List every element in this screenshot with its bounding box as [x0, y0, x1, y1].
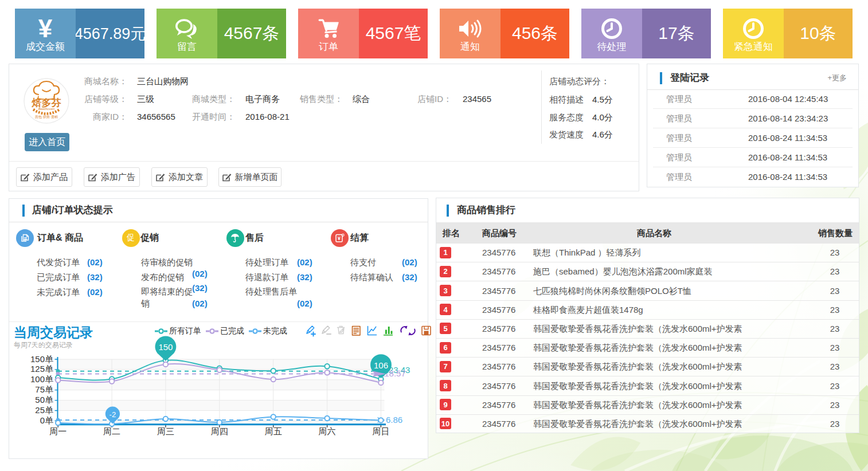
svg-text:100单: 100单: [30, 374, 53, 384]
svg-text:75单: 75单: [35, 384, 53, 394]
svg-text:周一: 周一: [49, 426, 67, 436]
svg-text:周日: 周日: [372, 426, 389, 436]
svg-text:150: 150: [158, 342, 173, 352]
svg-text:6.86: 6.86: [386, 415, 402, 425]
svg-text:周四: 周四: [211, 426, 228, 436]
svg-text:-2: -2: [110, 410, 116, 419]
svg-text:¥: ¥: [337, 235, 341, 241]
svg-text:125单: 125单: [30, 364, 53, 374]
svg-text:25单: 25单: [35, 405, 53, 415]
svg-text:0单: 0单: [40, 415, 53, 425]
svg-text:周三: 周三: [157, 426, 174, 436]
svg-text:150单: 150单: [30, 354, 53, 364]
svg-text:周五: 周五: [265, 426, 282, 436]
svg-text:周二: 周二: [103, 426, 120, 436]
svg-text:Beethoven: Beethoven: [38, 107, 55, 111]
svg-text:周六: 周六: [319, 426, 336, 436]
svg-text:106: 106: [374, 360, 388, 370]
svg-text:50单: 50单: [35, 395, 53, 405]
